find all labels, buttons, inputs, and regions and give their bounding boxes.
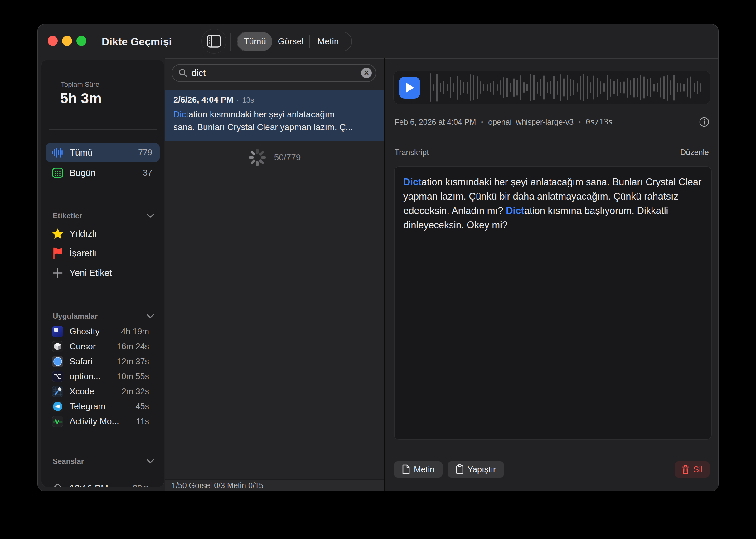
transcript-label: Transkript (395, 148, 429, 157)
app-label: option... (70, 371, 101, 381)
sidebar-item-count: 779 (138, 148, 152, 158)
list-item[interactable]: 2/6/26, 4:04 PM · 13s Dictation kısmında… (165, 90, 384, 141)
app-label: Activity Mo... (70, 417, 119, 426)
star-icon (51, 228, 65, 240)
status-text: 1/50 Görsel 0/3 Metin 0/15 (172, 481, 264, 490)
loading-spinner (249, 149, 266, 166)
option-app-icon (51, 371, 65, 382)
cursor-app-icon (51, 341, 65, 352)
delete-button[interactable]: Sil (675, 461, 710, 478)
telegram-app-icon (51, 401, 65, 412)
tab-tumu[interactable]: Tümü (237, 32, 272, 51)
app-window: Dikte Geçmişi Tümü Görsel Metin Toplam S… (38, 24, 718, 491)
transcript-text[interactable]: Dictation kısmındaki her şeyi anlatacağı… (394, 166, 712, 440)
zoom-window-button[interactable] (76, 36, 86, 46)
total-duration-value: 5h 3m (60, 90, 102, 107)
total-duration-label: Toplam Süre (61, 80, 100, 89)
app-row-option[interactable]: option... 10m 55s (46, 369, 160, 384)
app-duration: 12m 37s (116, 357, 149, 366)
sidebar-item-label: Bugün (70, 168, 96, 178)
audio-player (393, 71, 711, 104)
detail-panel: Feb 6, 2026 at 4:04 PM • openai_whisper-… (385, 59, 718, 491)
edit-button[interactable]: Düzenle (680, 148, 709, 157)
action-bar: Metin Yapıştır Sil (394, 461, 710, 478)
trash-icon (681, 465, 690, 474)
app-row-activity-monitor[interactable]: Activity Mo... 11s (46, 414, 160, 429)
clear-search-button[interactable]: ✕ (361, 68, 372, 78)
search-match-highlight: Dict (174, 110, 189, 119)
app-label: Ghostty (70, 327, 100, 337)
model-name: openai_whisper-large-v3 (488, 117, 573, 127)
sidebar-divider (49, 303, 157, 303)
tag-label: İşaretli (70, 248, 96, 259)
search-match-highlight: Dict (506, 205, 524, 216)
playback-time: 0s/13s (586, 117, 613, 126)
app-duration: 4h 19m (121, 327, 149, 337)
tag-label: Yıldızlı (70, 229, 97, 239)
document-icon (402, 464, 410, 474)
search-input-value[interactable]: dict (191, 68, 205, 78)
list-status-bar: 1/50 Görsel 0/3 Metin 0/15 (165, 479, 384, 491)
titlebar-divider (230, 33, 231, 50)
copy-text-button[interactable]: Metin (394, 461, 443, 478)
chevron-down-icon[interactable] (146, 458, 155, 464)
app-label: Cursor (70, 342, 96, 351)
info-icon[interactable] (699, 116, 710, 127)
search-icon (179, 68, 188, 78)
sessions-section-header: Seanslar (53, 457, 84, 466)
sidebar-divider (49, 129, 157, 130)
filter-segmented-control: Tümü Görsel Metin (237, 32, 352, 51)
app-row-telegram[interactable]: Telegram 45s (46, 399, 160, 414)
app-row-xcode[interactable]: Xcode 2m 32s (46, 384, 160, 399)
activity-monitor-app-icon (51, 416, 65, 427)
play-button[interactable] (399, 77, 420, 99)
results-list-panel: dict ✕ 2/6/26, 4:04 PM · 13s Dictation k… (165, 59, 384, 491)
search-match-highlight: Dict (403, 177, 422, 188)
sidebar-item-label: Tümü (70, 148, 93, 158)
sidebar-toggle-button[interactable] (201, 29, 226, 54)
session-row[interactable]: 12:16 PM 22m (46, 479, 160, 487)
title-bar: Dikte Geçmişi Tümü Görsel Metin (38, 24, 718, 59)
tags-section-header: Etiketler (53, 211, 82, 220)
session-duration: 22m (132, 484, 149, 488)
app-label: Xcode (70, 386, 94, 397)
chevron-down-icon[interactable] (146, 313, 155, 319)
item-preview: Dictation kısmındaki her şeyi anlatacağı… (174, 108, 376, 133)
app-label: Telegram (70, 402, 106, 412)
sidebar-item-yeni-etiket[interactable]: Yeni Etiket (46, 264, 160, 282)
chevron-down-icon[interactable] (146, 213, 155, 218)
close-window-button[interactable] (48, 36, 58, 46)
waveform-scrubber[interactable] (430, 71, 702, 104)
sidebar-divider (49, 195, 157, 196)
apps-section-header: Uygulamalar (53, 312, 98, 321)
safari-app-icon (51, 356, 65, 367)
sidebar: Toplam Süre 5h 3m Tümü 779 (41, 60, 164, 487)
app-row-safari[interactable]: Safari 12m 37s (46, 354, 160, 369)
paste-button[interactable]: Yapıştır (448, 461, 504, 478)
search-field[interactable]: dict ✕ (172, 64, 376, 82)
sidebar-item-tumu[interactable]: Tümü 779 (46, 143, 160, 162)
tab-metin[interactable]: Metin (310, 32, 346, 51)
window-title: Dikte Geçmişi (102, 36, 172, 48)
app-row-cursor[interactable]: Cursor 16m 24s (46, 339, 160, 354)
tab-gorsel[interactable]: Görsel (272, 32, 309, 51)
sidebar-item-yildizli[interactable]: Yıldızlı (46, 225, 160, 242)
app-row-ghostty[interactable]: Ghostty 4h 19m (46, 324, 160, 339)
recording-meta-row: Feb 6, 2026 at 4:04 PM • openai_whisper-… (395, 116, 710, 127)
play-icon (405, 82, 414, 93)
calendar-icon (51, 167, 65, 179)
plus-icon (51, 268, 65, 278)
app-duration: 45s (135, 402, 149, 412)
xcode-app-icon (51, 386, 65, 397)
minimize-window-button[interactable] (62, 36, 72, 46)
loading-count: 50/779 (274, 153, 301, 163)
clipboard-icon (456, 464, 464, 474)
item-duration: 13s (242, 96, 254, 105)
session-clock-icon (51, 483, 65, 487)
item-dot: · (236, 96, 239, 105)
sidebar-item-isaretli[interactable]: İşaretli (46, 245, 160, 262)
item-date: 2/6/26, 4:04 PM (174, 95, 233, 105)
sidebar-item-bugun[interactable]: Bugün 37 (46, 163, 160, 182)
sidebar-toggle-icon (207, 35, 221, 48)
app-duration: 2m 32s (121, 387, 149, 397)
